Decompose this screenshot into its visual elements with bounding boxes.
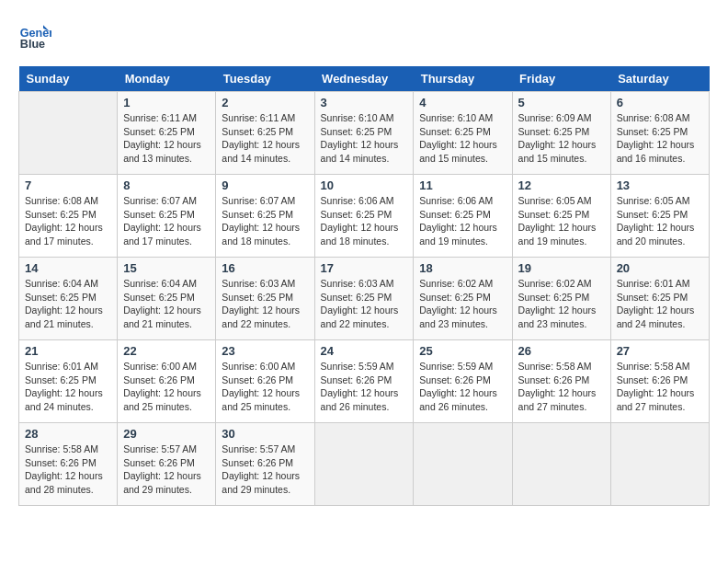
day-number: 21 <box>25 344 111 358</box>
weekday-header: Friday <box>512 66 610 92</box>
day-number: 9 <box>222 178 308 192</box>
calendar-cell: 14Sunrise: 6:04 AMSunset: 6:25 PMDayligh… <box>19 258 118 340</box>
day-info: Sunrise: 6:10 AMSunset: 6:25 PMDaylight:… <box>321 111 408 166</box>
calendar-cell: 23Sunrise: 6:00 AMSunset: 6:26 PMDayligh… <box>216 340 314 423</box>
day-info: Sunrise: 6:07 AMSunset: 6:25 PMDaylight:… <box>222 194 308 248</box>
calendar-cell: 10Sunrise: 6:06 AMSunset: 6:25 PMDayligh… <box>314 175 414 258</box>
day-info: Sunrise: 6:02 AMSunset: 6:25 PMDaylight:… <box>518 277 605 331</box>
calendar-cell: 8Sunrise: 6:07 AMSunset: 6:25 PMDaylight… <box>118 175 216 258</box>
day-number: 12 <box>518 178 605 192</box>
calendar-cell: 1Sunrise: 6:11 AMSunset: 6:25 PMDaylight… <box>118 92 216 175</box>
day-info: Sunrise: 6:01 AMSunset: 6:25 PMDaylight:… <box>25 360 111 414</box>
calendar-cell: 3Sunrise: 6:10 AMSunset: 6:25 PMDaylight… <box>314 92 414 175</box>
day-number: 22 <box>123 344 210 358</box>
day-number: 17 <box>321 261 408 275</box>
day-info: Sunrise: 5:57 AMSunset: 6:26 PMDaylight:… <box>123 442 210 497</box>
calendar-cell: 25Sunrise: 5:59 AMSunset: 6:26 PMDayligh… <box>414 340 512 423</box>
day-number: 10 <box>321 178 408 192</box>
calendar-cell: 4Sunrise: 6:10 AMSunset: 6:25 PMDaylight… <box>414 92 512 175</box>
weekday-header: Monday <box>118 66 216 92</box>
day-info: Sunrise: 5:58 AMSunset: 6:26 PMDaylight:… <box>617 360 703 414</box>
calendar-cell: 9Sunrise: 6:07 AMSunset: 6:25 PMDaylight… <box>216 175 314 258</box>
calendar-cell: 5Sunrise: 6:09 AMSunset: 6:25 PMDaylight… <box>512 92 610 175</box>
logo: General Blue <box>18 18 55 52</box>
day-info: Sunrise: 6:10 AMSunset: 6:25 PMDaylight:… <box>419 111 506 166</box>
day-info: Sunrise: 6:05 AMSunset: 6:25 PMDaylight:… <box>518 194 605 248</box>
calendar-cell: 19Sunrise: 6:02 AMSunset: 6:25 PMDayligh… <box>512 258 610 340</box>
calendar-cell: 22Sunrise: 6:00 AMSunset: 6:26 PMDayligh… <box>118 340 216 423</box>
day-number: 29 <box>123 427 210 441</box>
calendar-cell: 18Sunrise: 6:02 AMSunset: 6:25 PMDayligh… <box>414 258 512 340</box>
day-number: 24 <box>321 344 408 358</box>
day-number: 16 <box>222 261 308 275</box>
day-info: Sunrise: 6:04 AMSunset: 6:25 PMDaylight:… <box>25 277 111 331</box>
calendar-cell: 13Sunrise: 6:05 AMSunset: 6:25 PMDayligh… <box>610 175 709 258</box>
day-number: 23 <box>222 344 308 358</box>
day-number: 18 <box>419 261 506 275</box>
weekday-header: Tuesday <box>216 66 314 92</box>
day-info: Sunrise: 6:11 AMSunset: 6:25 PMDaylight:… <box>222 111 308 166</box>
calendar-cell <box>414 423 512 506</box>
day-info: Sunrise: 6:11 AMSunset: 6:25 PMDaylight:… <box>123 111 210 166</box>
calendar-cell: 30Sunrise: 5:57 AMSunset: 6:26 PMDayligh… <box>216 423 314 506</box>
day-number: 4 <box>419 96 506 109</box>
logo-icon: General Blue <box>18 18 51 52</box>
calendar-cell: 7Sunrise: 6:08 AMSunset: 6:25 PMDaylight… <box>19 175 118 258</box>
calendar-cell: 27Sunrise: 5:58 AMSunset: 6:26 PMDayligh… <box>610 340 709 423</box>
day-info: Sunrise: 6:06 AMSunset: 6:25 PMDaylight:… <box>419 194 506 248</box>
day-info: Sunrise: 5:57 AMSunset: 6:26 PMDaylight:… <box>222 442 308 497</box>
day-info: Sunrise: 5:59 AMSunset: 6:26 PMDaylight:… <box>419 360 506 414</box>
day-info: Sunrise: 5:58 AMSunset: 6:26 PMDaylight:… <box>25 442 111 497</box>
calendar-table: SundayMondayTuesdayWednesdayThursdayFrid… <box>18 66 710 506</box>
day-info: Sunrise: 6:08 AMSunset: 6:25 PMDaylight:… <box>25 194 111 248</box>
calendar-cell: 29Sunrise: 5:57 AMSunset: 6:26 PMDayligh… <box>118 423 216 506</box>
calendar-cell: 15Sunrise: 6:04 AMSunset: 6:25 PMDayligh… <box>118 258 216 340</box>
day-info: Sunrise: 6:09 AMSunset: 6:25 PMDaylight:… <box>518 111 605 166</box>
weekday-header: Sunday <box>19 66 118 92</box>
calendar-cell <box>610 423 709 506</box>
calendar-cell: 17Sunrise: 6:03 AMSunset: 6:25 PMDayligh… <box>314 258 414 340</box>
calendar-cell: 6Sunrise: 6:08 AMSunset: 6:25 PMDaylight… <box>610 92 709 175</box>
calendar-cell <box>19 92 118 175</box>
calendar-cell: 26Sunrise: 5:58 AMSunset: 6:26 PMDayligh… <box>512 340 610 423</box>
day-info: Sunrise: 5:58 AMSunset: 6:26 PMDaylight:… <box>518 360 605 414</box>
day-info: Sunrise: 6:06 AMSunset: 6:25 PMDaylight:… <box>321 194 408 248</box>
calendar-cell: 2Sunrise: 6:11 AMSunset: 6:25 PMDaylight… <box>216 92 314 175</box>
day-info: Sunrise: 6:00 AMSunset: 6:26 PMDaylight:… <box>222 360 308 414</box>
day-number: 5 <box>518 96 605 109</box>
calendar-cell <box>512 423 610 506</box>
page-header: General Blue <box>18 18 710 52</box>
day-info: Sunrise: 6:01 AMSunset: 6:25 PMDaylight:… <box>617 277 703 331</box>
day-number: 28 <box>25 427 111 441</box>
calendar-cell: 11Sunrise: 6:06 AMSunset: 6:25 PMDayligh… <box>414 175 512 258</box>
day-number: 20 <box>617 261 703 275</box>
day-info: Sunrise: 5:59 AMSunset: 6:26 PMDaylight:… <box>321 360 408 414</box>
day-number: 30 <box>222 427 308 441</box>
day-number: 7 <box>25 178 111 192</box>
calendar-cell: 16Sunrise: 6:03 AMSunset: 6:25 PMDayligh… <box>216 258 314 340</box>
calendar-week: 28Sunrise: 5:58 AMSunset: 6:26 PMDayligh… <box>19 423 710 506</box>
day-number: 6 <box>617 96 703 109</box>
day-number: 27 <box>617 344 703 358</box>
weekday-header: Saturday <box>610 66 709 92</box>
weekday-header: Wednesday <box>314 66 414 92</box>
calendar-header: SundayMondayTuesdayWednesdayThursdayFrid… <box>19 66 710 92</box>
day-number: 14 <box>25 261 111 275</box>
day-info: Sunrise: 6:02 AMSunset: 6:25 PMDaylight:… <box>419 277 506 331</box>
day-info: Sunrise: 6:07 AMSunset: 6:25 PMDaylight:… <box>123 194 210 248</box>
day-info: Sunrise: 6:08 AMSunset: 6:25 PMDaylight:… <box>617 111 703 166</box>
calendar-week: 21Sunrise: 6:01 AMSunset: 6:25 PMDayligh… <box>19 340 710 423</box>
day-number: 13 <box>617 178 703 192</box>
day-number: 1 <box>123 96 210 109</box>
calendar-week: 14Sunrise: 6:04 AMSunset: 6:25 PMDayligh… <box>19 258 710 340</box>
day-number: 15 <box>123 261 210 275</box>
calendar-cell: 24Sunrise: 5:59 AMSunset: 6:26 PMDayligh… <box>314 340 414 423</box>
day-number: 11 <box>419 178 506 192</box>
calendar-week: 7Sunrise: 6:08 AMSunset: 6:25 PMDaylight… <box>19 175 710 258</box>
calendar-cell <box>314 423 414 506</box>
day-number: 3 <box>321 96 408 109</box>
calendar-cell: 20Sunrise: 6:01 AMSunset: 6:25 PMDayligh… <box>610 258 709 340</box>
calendar-cell: 12Sunrise: 6:05 AMSunset: 6:25 PMDayligh… <box>512 175 610 258</box>
calendar-cell: 21Sunrise: 6:01 AMSunset: 6:25 PMDayligh… <box>19 340 118 423</box>
day-info: Sunrise: 6:03 AMSunset: 6:25 PMDaylight:… <box>321 277 408 331</box>
